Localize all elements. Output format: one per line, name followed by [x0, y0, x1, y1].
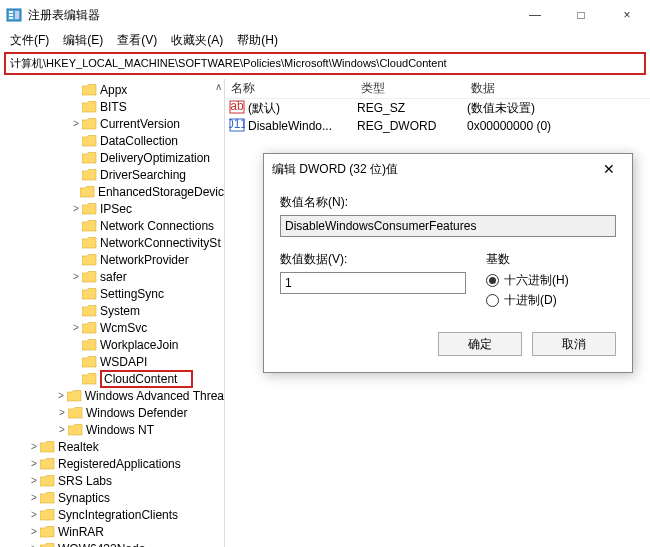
folder-icon [40, 475, 55, 487]
expand-icon[interactable]: > [28, 441, 40, 452]
col-type[interactable]: 类型 [355, 78, 465, 99]
folder-icon [40, 458, 55, 470]
tree-item[interactable]: >safer [0, 268, 224, 285]
edit-dword-dialog: 编辑 DWORD (32 位)值 ✕ 数值名称(N): 数值数据(V): 基数 … [263, 153, 633, 373]
value-name-input[interactable] [280, 215, 616, 237]
list-row[interactable]: 011DisableWindo...REG_DWORD0x00000000 (0… [225, 117, 650, 135]
folder-icon [40, 526, 55, 538]
scroll-up-icon[interactable]: ∧ [215, 81, 222, 92]
menu-edit[interactable]: 编辑(E) [57, 30, 109, 51]
dialog-close-button[interactable]: ✕ [594, 161, 624, 177]
tree-item[interactable]: DriverSearching [0, 166, 224, 183]
tree-item[interactable]: >Windows Advanced Threa [0, 387, 224, 404]
tree-item[interactable]: >SRS Labs [0, 472, 224, 489]
tree-item[interactable]: WSDAPI [0, 353, 224, 370]
regedit-icon [6, 7, 22, 23]
menu-help[interactable]: 帮助(H) [231, 30, 284, 51]
folder-icon [67, 390, 82, 402]
col-data[interactable]: 数据 [465, 78, 650, 99]
tree-item[interactable]: >CurrentVersion [0, 115, 224, 132]
folder-icon [82, 339, 97, 351]
expand-icon[interactable]: > [70, 322, 82, 333]
ok-button[interactable]: 确定 [438, 332, 522, 356]
tree-item[interactable]: >Windows NT [0, 421, 224, 438]
expand-icon[interactable]: > [56, 424, 68, 435]
tree-item[interactable]: >RegisteredApplications [0, 455, 224, 472]
expand-icon[interactable]: > [28, 475, 40, 486]
folder-icon [82, 305, 97, 317]
folder-icon [82, 288, 97, 300]
tree-item[interactable]: >Realtek [0, 438, 224, 455]
tree-item-label: SyncIntegrationClients [58, 508, 178, 522]
tree-item[interactable]: >WcmSvc [0, 319, 224, 336]
expand-icon[interactable]: > [55, 390, 67, 401]
tree-item[interactable]: Network Connections [0, 217, 224, 234]
tree-item-label: WinRAR [58, 525, 104, 539]
tree-item-label: safer [100, 270, 127, 284]
tree-item[interactable]: >WOW6432Node [0, 540, 224, 547]
col-name[interactable]: 名称 [225, 78, 355, 99]
value-data: 0x00000000 (0) [467, 119, 650, 133]
tree-item-label: Synaptics [58, 491, 110, 505]
value-type: REG_SZ [357, 101, 467, 115]
expand-icon[interactable]: > [28, 458, 40, 469]
tree-item[interactable]: DataCollection [0, 132, 224, 149]
list-header: 名称 类型 数据 [225, 79, 650, 99]
tree-item[interactable]: >Windows Defender [0, 404, 224, 421]
minimize-button[interactable]: — [512, 0, 558, 30]
radio-hex-icon [486, 274, 499, 287]
folder-icon [82, 152, 97, 164]
expand-icon[interactable]: > [28, 509, 40, 520]
list-row[interactable]: ab(默认)REG_SZ(数值未设置) [225, 99, 650, 117]
folder-icon [80, 186, 95, 198]
tree-item[interactable]: >WinRAR [0, 523, 224, 540]
tree-item-label: Windows Advanced Threa [85, 389, 224, 403]
expand-icon[interactable]: > [28, 526, 40, 537]
tree-item[interactable]: DeliveryOptimization [0, 149, 224, 166]
tree-item-label: SRS Labs [58, 474, 112, 488]
tree-item[interactable]: SettingSync [0, 285, 224, 302]
expand-icon[interactable]: > [70, 203, 82, 214]
close-button[interactable]: × [604, 0, 650, 30]
expand-icon[interactable]: > [28, 492, 40, 503]
tree-item[interactable]: WorkplaceJoin [0, 336, 224, 353]
tree-item[interactable]: NetworkConnectivitySt [0, 234, 224, 251]
cancel-button[interactable]: 取消 [532, 332, 616, 356]
radio-dec[interactable]: 十进制(D) [486, 292, 616, 309]
tree-item[interactable]: Appx [0, 81, 224, 98]
expand-icon[interactable]: > [56, 407, 68, 418]
menu-file[interactable]: 文件(F) [4, 30, 55, 51]
radio-hex-label: 十六进制(H) [504, 272, 569, 289]
value-icon: 011 [229, 118, 245, 135]
tree-item[interactable]: >IPSec [0, 200, 224, 217]
tree-item-label: DeliveryOptimization [100, 151, 210, 165]
folder-icon [82, 220, 97, 232]
tree-item[interactable]: EnhancedStorageDevic [0, 183, 224, 200]
address-bar[interactable]: 计算机\HKEY_LOCAL_MACHINE\SOFTWARE\Policies… [4, 52, 646, 75]
expand-icon[interactable]: > [70, 118, 82, 129]
tree-item-label: WOW6432Node [58, 542, 145, 548]
expand-icon[interactable]: > [70, 271, 82, 282]
tree-item-label: WcmSvc [100, 321, 147, 335]
svg-rect-1 [9, 11, 13, 13]
value-data-label: 数值数据(V): [280, 251, 466, 268]
menu-favorites[interactable]: 收藏夹(A) [165, 30, 229, 51]
radio-dec-icon [486, 294, 499, 307]
tree-item-label: System [100, 304, 140, 318]
expand-icon[interactable]: > [28, 543, 40, 547]
tree-item[interactable]: >Synaptics [0, 489, 224, 506]
svg-rect-4 [15, 11, 19, 19]
tree-item-label: DataCollection [100, 134, 178, 148]
tree-item[interactable]: NetworkProvider [0, 251, 224, 268]
svg-text:011: 011 [229, 118, 245, 131]
menu-view[interactable]: 查看(V) [111, 30, 163, 51]
tree-item[interactable]: BITS [0, 98, 224, 115]
tree-item-label: WorkplaceJoin [100, 338, 178, 352]
folder-icon [82, 271, 97, 283]
value-data-input[interactable] [280, 272, 466, 294]
tree-item[interactable]: CloudContent [0, 370, 224, 387]
tree-item[interactable]: System [0, 302, 224, 319]
maximize-button[interactable]: □ [558, 0, 604, 30]
tree-item[interactable]: >SyncIntegrationClients [0, 506, 224, 523]
radio-hex[interactable]: 十六进制(H) [486, 272, 616, 289]
